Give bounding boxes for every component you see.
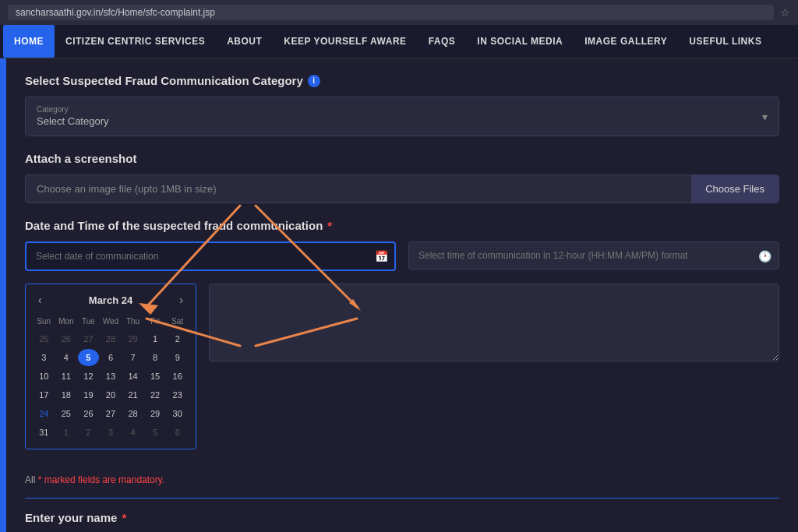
navbar: HomeCitizen Centric ServicesAboutKeep Yo… (0, 25, 798, 58)
cal-day-today[interactable]: 5 (78, 349, 99, 366)
cal-day[interactable]: 31 (34, 424, 55, 441)
cal-day[interactable]: 2 (167, 330, 188, 347)
attach-section: Attach a screenshot Choose an image file… (25, 152, 779, 203)
cal-day[interactable]: 14 (122, 368, 143, 385)
cal-day[interactable]: 4 (122, 424, 143, 441)
name-section-title: Enter your name* (25, 511, 779, 524)
datetime-title: Date and Time of the suspected fraud com… (25, 219, 779, 232)
left-accent-bar (0, 58, 6, 532)
cal-day[interactable]: 29 (122, 330, 143, 347)
cal-day[interactable]: 13 (101, 368, 122, 385)
cal-day[interactable]: 25 (56, 405, 77, 422)
category-value: Select Category (37, 115, 109, 127)
mandatory-note: All * marked fields are mandatory. (25, 474, 779, 485)
cal-header-mon: Mon (56, 314, 77, 329)
cal-header-sun: Sun (34, 314, 55, 329)
choose-files-button[interactable]: Choose Files (691, 175, 779, 203)
category-label: Category (37, 105, 109, 114)
cal-day[interactable]: 19 (78, 386, 99, 403)
cal-day[interactable]: 3 (101, 424, 122, 441)
cal-day[interactable]: 28 (122, 405, 143, 422)
main-content: Select Suspected Fraud Communication Cat… (6, 58, 798, 532)
cal-day[interactable]: 21 (122, 386, 143, 403)
cal-day[interactable]: 30 (167, 405, 188, 422)
cal-header-fri: Fri (145, 314, 166, 329)
calendar-header: ‹ March 24 › (34, 292, 188, 308)
url-bar[interactable]: sancharsaathi.gov.in/sfc/Home/sfc-compla… (8, 5, 774, 20)
datetime-section: Date and Time of the suspected fraud com… (25, 219, 779, 271)
file-input-row: Choose an image file (upto 1MB in size) … (25, 174, 779, 203)
cal-day[interactable]: 9 (167, 349, 188, 366)
browser-bar: sancharsaathi.gov.in/sfc/Home/sfc-compla… (0, 0, 798, 25)
cal-day[interactable]: 26 (56, 330, 77, 347)
cal-day[interactable]: 26 (78, 405, 99, 422)
cal-day[interactable]: 23 (167, 386, 188, 403)
cal-day[interactable]: 8 (145, 349, 166, 366)
cal-day[interactable]: 22 (145, 386, 166, 403)
nav-item-home[interactable]: Home (3, 25, 55, 58)
nav-item-citizen-centric-services[interactable]: Citizen Centric Services (55, 25, 216, 58)
nav-item-keep-yourself-aware[interactable]: Keep Yourself Aware (273, 25, 417, 58)
cal-day[interactable]: 6 (167, 424, 188, 441)
cal-day[interactable]: 16 (167, 368, 188, 385)
cal-day[interactable]: 1 (56, 424, 77, 441)
calendar-next-button[interactable]: › (175, 292, 188, 308)
cal-header-tue: Tue (78, 314, 99, 329)
time-input-wrapper: 🕐 (408, 241, 779, 271)
name-section: Enter your name* (25, 511, 779, 532)
calendar-grid: Sun Mon Tue Wed Thu Fri Sat 25 26 27 28 … (34, 314, 188, 441)
nav-item-faqs[interactable]: FAQs (418, 25, 467, 58)
nav-item-about[interactable]: About (216, 25, 273, 58)
attach-title: Attach a screenshot (25, 152, 779, 165)
category-section-title: Select Suspected Fraud Communication Cat… (25, 74, 779, 87)
cal-day[interactable]: 3 (34, 349, 55, 366)
calendar-prev-button[interactable]: ‹ (34, 292, 47, 308)
time-input[interactable] (408, 241, 779, 270)
calendar-icon: 📅 (375, 250, 388, 262)
cal-day[interactable]: 2 (78, 424, 99, 441)
cal-day[interactable]: 1 (145, 330, 166, 347)
cal-day[interactable]: 27 (78, 330, 99, 347)
cal-day[interactable]: 12 (78, 368, 99, 385)
category-dropdown[interactable]: Category Select Category ▾ (25, 97, 779, 136)
cal-day[interactable]: 17 (34, 386, 55, 403)
cal-day[interactable]: 27 (101, 405, 122, 422)
description-textarea[interactable] (209, 284, 779, 361)
cal-day[interactable]: 29 (145, 405, 166, 422)
info-icon: i (308, 75, 320, 87)
cal-day[interactable]: 18 (56, 386, 77, 403)
cal-day[interactable]: 15 (145, 368, 166, 385)
cal-header-sat: Sat (167, 314, 188, 329)
page-container: Select Suspected Fraud Communication Cat… (0, 58, 798, 532)
cal-day[interactable]: 10 (34, 368, 55, 385)
cal-day[interactable]: 20 (101, 386, 122, 403)
date-input-wrapper: 📅 (25, 241, 396, 271)
nav-item-useful-links[interactable]: Useful Links (678, 25, 772, 58)
cal-header-wed: Wed (101, 314, 122, 329)
bookmark-icon[interactable]: ☆ (780, 6, 790, 19)
separator (25, 498, 779, 499)
file-input-placeholder: Choose an image file (upto 1MB in size) (26, 175, 691, 203)
cal-day[interactable]: 5 (145, 424, 166, 441)
cal-day[interactable]: 7 (122, 349, 143, 366)
clock-icon: 🕐 (758, 250, 772, 262)
nav-item-in-social-media[interactable]: In Social Media (466, 25, 574, 58)
cal-day[interactable]: 11 (56, 368, 77, 385)
cal-day-highlighted[interactable]: 24 (34, 405, 55, 422)
cal-header-thu: Thu (122, 314, 143, 329)
nav-item-image-gallery[interactable]: Image Gallery (574, 25, 678, 58)
calendar: ‹ March 24 › Sun Mon Tue Wed Thu Fri Sat… (25, 284, 196, 449)
calendar-month-year: March 24 (89, 294, 132, 306)
cal-day[interactable]: 6 (101, 349, 122, 366)
cal-day[interactable]: 4 (56, 349, 77, 366)
cal-day[interactable]: 28 (101, 330, 122, 347)
chevron-down-icon: ▾ (762, 111, 768, 123)
cal-day[interactable]: 25 (34, 330, 55, 347)
date-input[interactable] (25, 241, 396, 271)
datetime-row: 📅 🕐 (25, 241, 779, 271)
